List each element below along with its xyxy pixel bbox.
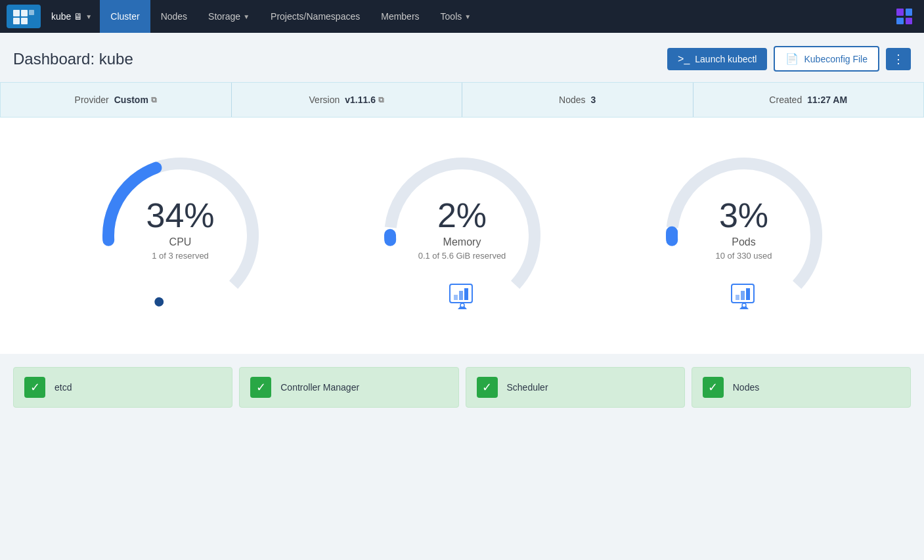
gauges-section: 34% CPU 1 of 3 reserved 2% Memory 0.1 of… (0, 118, 924, 354)
status-etcd: ✓ etcd (13, 367, 232, 408)
etcd-check-icon: ✓ (24, 377, 45, 398)
controller-check-icon: ✓ (250, 377, 271, 398)
svg-rect-19 (736, 295, 739, 300)
memory-gauge-center: 2% Memory 0.1 of 5.6 GiB reserved (418, 198, 506, 261)
svg-rect-4 (29, 10, 34, 15)
nav-item-tools[interactable]: Tools ▼ (430, 0, 482, 33)
pods-gauge-center: 3% Pods 10 of 330 used (715, 198, 772, 261)
status-scheduler: ✓ Scheduler (466, 367, 685, 408)
navbar: kube 🖥 ▼ Cluster Nodes Storage ▼ Project… (0, 0, 924, 33)
etcd-label: etcd (55, 382, 72, 393)
nav-logo[interactable] (7, 5, 41, 28)
nav-right (891, 3, 917, 30)
cpu-sub: 1 of 3 reserved (146, 251, 214, 261)
info-created: Created 11:27 AM (693, 83, 924, 117)
page-title: Dashboard: kube (13, 50, 133, 68)
svg-rect-0 (13, 10, 20, 16)
svg-rect-2 (13, 18, 20, 24)
copy-icon[interactable]: ⧉ (378, 95, 384, 104)
header-actions: >_ Launch kubectl 📄 Kubeconfig File ⋮ (667, 46, 911, 72)
chevron-down-icon: ▼ (464, 13, 471, 20)
memory-sub: 0.1 of 5.6 GiB reserved (418, 251, 506, 261)
nav-item-storage[interactable]: Storage ▼ (198, 0, 260, 33)
svg-rect-3 (21, 18, 28, 24)
cpu-gauge-center: 34% CPU 1 of 3 reserved (146, 198, 214, 261)
cpu-gauge: 34% CPU 1 of 3 reserved (89, 144, 273, 328)
version-value: v1.11.6 ⧉ (345, 95, 384, 105)
copy-icon[interactable]: ⧉ (151, 95, 157, 104)
nav-item-cluster[interactable]: Cluster (100, 0, 150, 33)
svg-rect-21 (746, 288, 750, 300)
grid-icon (896, 9, 912, 24)
created-value: 11:27 AM (807, 95, 847, 105)
scheduler-label: Scheduler (507, 382, 548, 393)
chevron-down-icon: ▼ (85, 13, 92, 20)
nodes-check-icon: ✓ (703, 377, 724, 398)
app-switcher-button[interactable] (891, 3, 917, 30)
info-version: Version v1.11.6 ⧉ (231, 83, 462, 117)
pods-sub: 10 of 330 used (715, 251, 772, 261)
terminal-icon: >_ (678, 53, 690, 65)
memory-percent: 2% (418, 198, 506, 232)
document-icon: 📄 (785, 53, 799, 65)
controller-label: Controller Manager (280, 382, 359, 393)
svg-rect-11 (454, 295, 458, 300)
cpu-label: CPU (146, 236, 214, 248)
cpu-percent: 34% (146, 198, 214, 232)
memory-label: Memory (418, 236, 506, 248)
svg-rect-20 (741, 291, 745, 300)
pods-connector-icon (726, 280, 762, 318)
kube-selector[interactable]: kube 🖥 ▼ (46, 11, 97, 22)
scheduler-check-icon: ✓ (477, 377, 498, 398)
status-bar: ✓ etcd ✓ Controller Manager ✓ Scheduler … (0, 354, 924, 421)
nodes-value: 3 (591, 95, 596, 105)
svg-point-23 (742, 303, 746, 307)
more-options-button[interactable]: ⋮ (886, 48, 911, 70)
memory-gauge: 2% Memory 0.1 of 5.6 GiB reserved (370, 144, 554, 328)
pods-percent: 3% (715, 198, 772, 232)
info-provider: Provider Custom ⧉ (1, 83, 231, 117)
status-controller-manager: ✓ Controller Manager (239, 367, 458, 408)
svg-rect-12 (459, 291, 463, 300)
kubeconfig-button[interactable]: 📄 Kubeconfig File (774, 46, 879, 72)
status-nodes: ✓ Nodes (692, 367, 911, 408)
server-icon: 🖥 (74, 11, 83, 22)
info-nodes: Nodes 3 (462, 83, 693, 117)
launch-kubectl-button[interactable]: >_ Launch kubectl (667, 48, 767, 70)
info-bar: Provider Custom ⧉ Version v1.11.6 ⧉ Node… (0, 82, 924, 118)
provider-value: Custom ⧉ (114, 95, 157, 105)
nav-menu: Cluster Nodes Storage ▼ Projects/Namespa… (100, 0, 481, 33)
nav-item-projects[interactable]: Projects/Namespaces (260, 0, 370, 33)
nodes-status-label: Nodes (733, 382, 759, 393)
pods-gauge: 3% Pods 10 of 330 used (652, 144, 836, 328)
nav-item-members[interactable]: Members (370, 0, 429, 33)
svg-point-15 (460, 303, 464, 307)
pods-label: Pods (715, 236, 772, 248)
kube-label: kube (51, 11, 71, 22)
svg-point-7 (153, 296, 165, 308)
chevron-down-icon: ▼ (243, 13, 250, 20)
nav-item-nodes[interactable]: Nodes (150, 0, 198, 33)
page-header: Dashboard: kube >_ Launch kubectl 📄 Kube… (0, 33, 924, 82)
svg-rect-13 (464, 288, 468, 300)
memory-connector-icon (445, 280, 480, 318)
svg-rect-1 (21, 10, 28, 16)
